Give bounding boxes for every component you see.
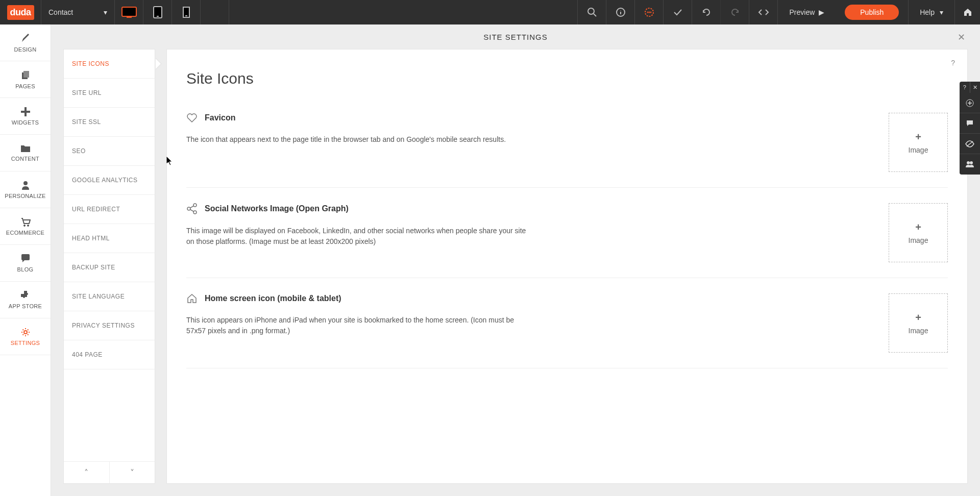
chevron-down-icon: ˅	[130, 468, 134, 478]
sidebar-item-personalize[interactable]: PERSONALIZE	[0, 171, 51, 208]
svg-point-33	[970, 161, 973, 164]
content-area: ? Site Icons Favicon The icon that appea…	[166, 49, 968, 484]
comment-error-button[interactable]	[634, 0, 663, 24]
content-help-button[interactable]: ?	[951, 59, 955, 67]
submenu-google-analytics[interactable]: GOOGLE ANALYTICS	[64, 166, 155, 195]
sidebar-item-pages[interactable]: PAGES	[0, 61, 51, 98]
sidebar-item-label: DESIGN	[14, 46, 37, 53]
section-title: Home screen icon (mobile & tablet)	[205, 294, 341, 303]
sidebar-item-appstore[interactable]: APP STORE	[0, 282, 51, 318]
submenu-seo[interactable]: SEO	[64, 137, 155, 166]
users-icon	[965, 161, 974, 168]
submenu-site-ssl[interactable]: SITE SSL	[64, 108, 155, 137]
chevron-down-icon: ▾	[104, 8, 107, 16]
desktop-icon	[121, 7, 137, 18]
redo-icon	[730, 7, 740, 17]
folder-icon	[20, 144, 31, 153]
logo-text: duda	[7, 5, 34, 20]
section-text: Favicon The icon that appears next to th…	[186, 113, 868, 172]
search-icon	[587, 7, 597, 17]
submenu-site-language[interactable]: SITE LANGUAGE	[64, 282, 155, 311]
info-button[interactable]	[606, 0, 634, 24]
submenu-label: GOOGLE ANALYTICS	[72, 177, 137, 184]
publish-button[interactable]: Publish	[845, 5, 899, 20]
opengraph-upload[interactable]: + Image	[889, 203, 948, 262]
sidebar-item-widgets[interactable]: WIDGETS	[0, 98, 51, 135]
info-icon	[616, 7, 626, 17]
desktop-device-button[interactable]	[115, 0, 143, 24]
left-sidebar: DESIGN PAGES WIDGETS CONTENT PERSONALIZE…	[0, 24, 51, 496]
float-visibility-button[interactable]	[960, 134, 980, 154]
sidebar-item-settings[interactable]: SETTINGS	[0, 318, 51, 355]
dev-mode-button[interactable]	[749, 0, 777, 24]
submenu-down-button[interactable]: ˅	[110, 462, 155, 483]
plus-icon: +	[915, 312, 921, 324]
home-icon	[963, 8, 972, 17]
mobile-icon	[183, 7, 190, 18]
submenu-label: SITE URL	[72, 89, 102, 96]
svg-point-20	[23, 225, 25, 226]
preview-button[interactable]: Preview ▶	[777, 0, 836, 24]
submenu-url-redirect[interactable]: URL REDIRECT	[64, 195, 155, 224]
submenu-head-html[interactable]: HEAD HTML	[64, 224, 155, 253]
device-group	[115, 0, 201, 24]
search-button[interactable]	[577, 0, 606, 24]
submenu-up-button[interactable]: ˄	[64, 462, 110, 483]
float-chat-button[interactable]	[960, 113, 980, 134]
svg-rect-0	[122, 7, 136, 16]
mobile-device-button[interactable]	[172, 0, 201, 24]
sidebar-item-ecommerce[interactable]: ECOMMERCE	[0, 208, 51, 245]
svg-line-26	[190, 206, 194, 208]
submenu-label: 404 PAGE	[72, 351, 103, 358]
plus-circle-icon	[966, 99, 974, 107]
panel-title: SITE SETTINGS	[483, 33, 548, 41]
submenu-label: SITE ICONS	[72, 60, 109, 67]
sidebar-item-label: BLOG	[17, 266, 34, 272]
sidebar-item-label: WIDGETS	[12, 119, 39, 126]
redo-button[interactable]	[720, 0, 749, 24]
topbar-divider	[201, 0, 229, 24]
submenu-site-icons[interactable]: SITE ICONS	[64, 49, 155, 79]
svg-point-22	[24, 331, 27, 334]
submenu-backup-site[interactable]: BACKUP SITE	[64, 253, 155, 282]
section-title: Favicon	[205, 113, 235, 122]
plus-icon: +	[915, 131, 921, 143]
panel-body: SITE ICONS SITE URL SITE SSL SEO GOOGLE …	[51, 49, 980, 496]
upload-label: Image	[909, 327, 928, 335]
panel-close-button[interactable]: ✕	[958, 32, 966, 43]
panel-header: SITE SETTINGS ✕	[51, 24, 980, 49]
sidebar-item-design[interactable]: DESIGN	[0, 24, 51, 61]
float-help-button[interactable]: ?	[960, 82, 970, 93]
opengraph-section: Social Networks Image (Open Graph) This …	[186, 188, 948, 278]
svg-point-21	[27, 225, 29, 226]
sidebar-item-blog[interactable]: BLOG	[0, 245, 51, 282]
svg-point-25	[193, 211, 197, 214]
submenu-404-page[interactable]: 404 PAGE	[64, 340, 155, 369]
submenu-label: SITE LANGUAGE	[72, 293, 125, 300]
submenu-site-url[interactable]: SITE URL	[64, 79, 155, 108]
checkmark-button[interactable]	[663, 0, 692, 24]
comment-icon	[644, 7, 654, 17]
sidebar-item-label: SETTINGS	[11, 340, 40, 346]
home-button[interactable]	[954, 0, 980, 24]
svg-rect-18	[21, 111, 30, 113]
section-title-row: Home screen icon (mobile & tablet)	[186, 293, 868, 304]
chat-icon	[20, 254, 31, 263]
sidebar-item-content[interactable]: CONTENT	[0, 135, 51, 171]
undo-button[interactable]	[692, 0, 720, 24]
upload-label: Image	[909, 146, 928, 154]
homescreen-upload[interactable]: + Image	[889, 293, 948, 353]
float-add-button[interactable]	[960, 93, 980, 113]
submenu-privacy-settings[interactable]: PRIVACY SETTINGS	[64, 311, 155, 340]
chevron-down-icon: ▾	[940, 8, 943, 16]
section-text: Social Networks Image (Open Graph) This …	[186, 203, 868, 262]
tablet-device-button[interactable]	[143, 0, 172, 24]
float-close-button[interactable]: ✕	[970, 82, 981, 93]
favicon-upload[interactable]: + Image	[889, 113, 948, 172]
float-users-button[interactable]	[960, 154, 980, 175]
help-dropdown[interactable]: Help ▾	[908, 0, 954, 24]
page-dropdown[interactable]: Contact ▾	[41, 0, 115, 24]
logo[interactable]: duda	[0, 0, 41, 24]
preview-label: Preview	[789, 8, 815, 16]
sidebar-item-label: PERSONALIZE	[5, 193, 45, 199]
